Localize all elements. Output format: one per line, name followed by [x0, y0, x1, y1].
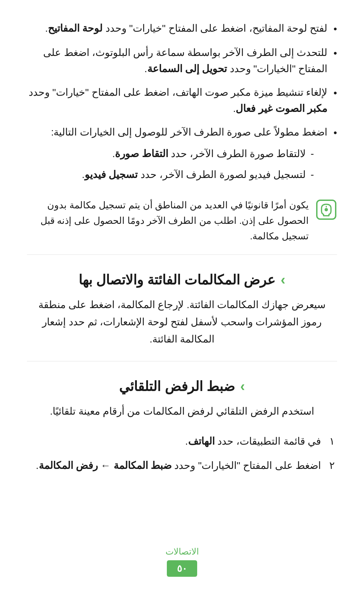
sub-text-1: لالتقاط صورة الطرف الآخر، حدد التقاط صور…	[112, 146, 306, 162]
page-container: • لفتح لوحة المفاتيح، اضغط على المفتاح "…	[0, 0, 364, 597]
bold-reject: رفض المكالمة	[39, 460, 98, 471]
numbered-list: ١ في قائمة التطبيقات، حدد الهاتف. ٢ اضغط…	[27, 433, 337, 474]
step-2: ٢ اضغط على المفتاح "الخيارات" وحدد ضبط ا…	[27, 457, 337, 474]
notice-icon	[315, 199, 337, 220]
bullet-item-2: • للتحدث إلى الطرف الآخر بواسطة سماعة رأ…	[27, 44, 337, 77]
bold-transfer: تحويل إلى السماعة	[147, 63, 227, 74]
section2-title-text: ضبط الرفض التلقائي	[119, 379, 235, 394]
sub-dash-2: -	[310, 167, 314, 183]
section-auto-reject: › ضبط الرفض التلقائي استخدم الرفض التلقا…	[27, 378, 337, 474]
section-missed-calls: › عرض المكالمات الفائتة والاتصال بها سيع…	[27, 272, 337, 348]
bold-capture: التقاط صورة	[115, 148, 168, 159]
notice-text: يكون أمرًا قانونيًا في العديد من المناطق…	[27, 198, 309, 244]
bullet-dot-2: •	[333, 45, 337, 61]
bold-phone: الهاتف	[188, 436, 215, 447]
bullet-item-1: • لفتح لوحة المفاتيح، اضغط على المفتاح "…	[27, 20, 337, 37]
bullet-text-3: لإلغاء تنشيط ميزة مكبر صوت الهاتف، اضغط …	[27, 84, 327, 117]
bold-call-settings: ضبط المكالمة	[114, 460, 172, 471]
step-num-2: ٢	[327, 457, 337, 474]
sub-text-2: لتسجيل فيديو لصورة الطرف الآخر، حدد تسجي…	[82, 167, 306, 183]
bullet-dot-4: •	[333, 125, 337, 141]
section1-arrow: ›	[281, 272, 285, 288]
bold-record: تسجيل فيديو	[85, 169, 138, 180]
bullet-item-4: • اضغط مطولاً على صورة الطرف الآخر للوصو…	[27, 124, 337, 187]
section2-arrow: ›	[240, 378, 245, 394]
footer-page-number: ٥٠	[167, 560, 197, 577]
divider-2	[27, 361, 337, 361]
sub-dash-1: -	[310, 146, 314, 162]
sub-item-2: - لتسجيل فيديو لصورة الطرف الآخر، حدد تس…	[27, 167, 327, 183]
section1-title: › عرض المكالمات الفائتة والاتصال بها	[27, 272, 337, 288]
step-text-2: اضغط على المفتاح "الخيارات" وحدد ضبط الم…	[27, 457, 321, 474]
section2-title: › ضبط الرفض التلقائي	[27, 378, 337, 394]
bold-speaker: مكبر الصوت غير فعال	[236, 103, 327, 114]
bullet-text-1: لفتح لوحة المفاتيح، اضغط على المفتاح "خي…	[27, 20, 327, 36]
bullet-item-3: • لإلغاء تنشيط ميزة مكبر صوت الهاتف، اضغ…	[27, 84, 337, 117]
bullet-dot-3: •	[333, 85, 337, 101]
bullet-list: • لفتح لوحة المفاتيح، اضغط على المفتاح "…	[27, 20, 337, 187]
step-1: ١ في قائمة التطبيقات، حدد الهاتف.	[27, 433, 337, 449]
step-num-1: ١	[327, 433, 337, 449]
step-text-1: في قائمة التطبيقات، حدد الهاتف.	[27, 433, 321, 449]
bullet-text-2: للتحدث إلى الطرف الآخر بواسطة سماعة رأس …	[27, 44, 327, 77]
sub-list: - لالتقاط صورة الطرف الآخر، حدد التقاط ص…	[27, 146, 327, 183]
notice-box: يكون أمرًا قانونيًا في العديد من المناطق…	[27, 198, 337, 244]
bold-keyboard: لوحة المفاتيح	[48, 23, 102, 34]
divider-1	[27, 255, 337, 255]
footer-label: الاتصالات	[0, 546, 364, 557]
section2-intro: استخدم الرفض التلقائي لرفض المكالمات من …	[27, 402, 337, 420]
bullet-text-4: اضغط مطولاً على صورة الطرف الآخر للوصول …	[27, 124, 327, 187]
sub-item-1: - لالتقاط صورة الطرف الآخر، حدد التقاط ص…	[27, 146, 327, 162]
page-footer: الاتصالات ٥٠	[0, 546, 364, 577]
section1-title-text: عرض المكالمات الفائتة والاتصال بها	[79, 272, 275, 288]
svg-point-1	[325, 208, 328, 211]
section1-body: سيعرض جهازك المكالمات الفائتة. لإرجاع ال…	[27, 296, 337, 348]
bullet-dot-1: •	[333, 21, 337, 37]
